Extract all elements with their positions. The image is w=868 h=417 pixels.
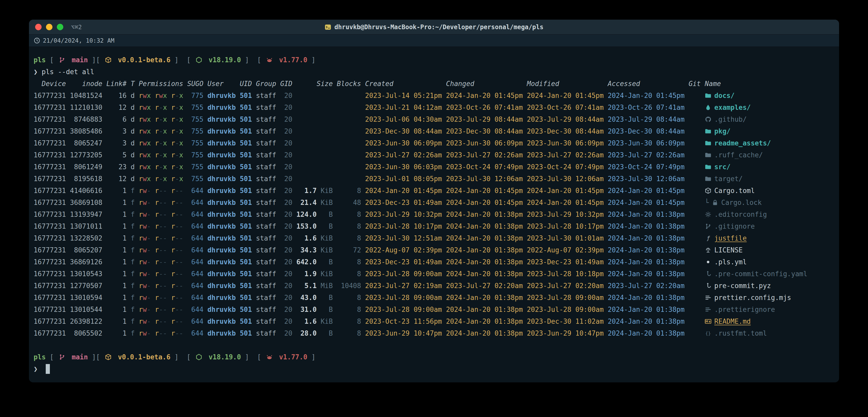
name-cell: .editorconfig xyxy=(705,211,834,218)
bracket: ] xyxy=(245,56,249,64)
size-cell: 31.0B xyxy=(296,306,333,314)
group-cell: staff xyxy=(256,211,276,218)
name-cell: ƒjustfile xyxy=(705,234,834,242)
perms-cell: rw- r-- r-- xyxy=(139,318,183,325)
group-cell: staff xyxy=(256,199,276,206)
dot-icon xyxy=(705,259,711,265)
hook-icon xyxy=(705,282,711,289)
accessed-cell: 2024-Jan-20 01:38pm xyxy=(608,246,684,254)
close-button[interactable] xyxy=(35,24,41,30)
uid-cell: 501 xyxy=(240,258,252,266)
changed-cell: 2024-Jan-20 01:38pm xyxy=(446,306,523,314)
uid-cell: 501 xyxy=(240,92,252,99)
group-cell: staff xyxy=(256,139,276,147)
changed-cell: 2024-Jan-20 01:45pm xyxy=(446,199,523,206)
name-cell: LICENSE xyxy=(705,246,834,254)
modified-cell: 2024-Jan-20 01:45pm xyxy=(527,199,603,206)
gid-cell: 20 xyxy=(280,306,292,314)
t-cell: d xyxy=(131,92,135,99)
rust-version: v1.77.0 xyxy=(279,353,307,361)
created-cell: 2023-Jul-28 09:00am xyxy=(365,306,442,314)
user-cell: dhruvkb xyxy=(208,282,236,290)
sugo-cell: 644 xyxy=(187,222,204,230)
device-cell: 16777231 xyxy=(34,163,66,171)
t-cell: d xyxy=(131,163,135,171)
file-name: .github/ xyxy=(714,116,747,123)
links-cell: 1 xyxy=(106,246,127,254)
uid-cell: 501 xyxy=(240,234,252,242)
links-cell: 1 xyxy=(106,329,127,337)
file-row: 16777231130710111frw- r-- r--644dhruvkb5… xyxy=(34,220,834,232)
accessed-cell: 2024-Jan-20 01:38pm xyxy=(608,211,684,218)
size-cell: 1.6KiB xyxy=(296,318,333,325)
sugo-cell: 644 xyxy=(187,329,204,337)
inode-cell: 13193947 xyxy=(70,211,102,218)
inode-cell: 36869126 xyxy=(70,258,102,266)
links-cell: 3 xyxy=(106,139,127,147)
links-cell: 1 xyxy=(106,211,127,218)
minimize-button[interactable] xyxy=(46,24,53,30)
prompt-app-name: pls xyxy=(34,353,46,361)
markdown-icon xyxy=(705,318,711,325)
uid-cell: 501 xyxy=(240,151,252,159)
file-name: Cargo.lock xyxy=(721,199,762,206)
user-cell: dhruvkb xyxy=(208,270,236,278)
created-cell: 2023-Jul-27 02:26am xyxy=(365,151,442,159)
created-cell: 2023-Jul-27 02:19am xyxy=(365,282,442,290)
droplet-icon xyxy=(705,104,711,111)
changed-cell: 2023-Jul-30 12:06am xyxy=(446,175,523,183)
size-cell: 642.0B xyxy=(296,258,333,266)
modified-cell: 2023-Dec-30 08:44am xyxy=(527,127,603,135)
blocks-cell: 8 xyxy=(337,329,361,337)
device-cell: 16777231 xyxy=(34,175,66,183)
package-icon xyxy=(105,354,112,360)
inode-cell: 13010594 xyxy=(70,294,102,301)
bracket: [ xyxy=(257,353,261,361)
t-cell: f xyxy=(131,211,135,218)
created-cell: 2023-Oct-23 11:56pm xyxy=(365,318,442,325)
t-cell: f xyxy=(131,294,135,301)
modified-cell: 2023-Jul-29 08:44am xyxy=(527,116,603,123)
name-cell: prettier.config.mjs xyxy=(705,294,834,301)
device-cell: 16777231 xyxy=(34,187,66,195)
changed-cell: 2024-Jan-20 01:45pm xyxy=(446,187,523,195)
group-cell: staff xyxy=(256,103,276,111)
accessed-cell: 2024-Jan-20 01:45pm xyxy=(608,199,684,206)
modified-cell: 2023-Oct-26 07:41am xyxy=(527,103,603,111)
uid-cell: 501 xyxy=(240,211,252,218)
user-cell: dhruvkb xyxy=(208,116,236,123)
links-cell: 1 xyxy=(106,199,127,206)
accessed-cell: 2024-Jan-20 01:38pm xyxy=(608,318,684,325)
perms-cell: rwx r-x r-x xyxy=(139,127,183,135)
name-cell: examples/ xyxy=(705,103,834,111)
links-cell: 1 xyxy=(106,282,127,290)
created-cell: 2023-Jun-29 10:47pm xyxy=(365,329,442,337)
column-header: UID xyxy=(240,80,252,88)
name-cell: target/ xyxy=(705,175,834,183)
terminal[interactable]: pls [ main ][ v0.0.1-beta.6 ] [ v18.19.0… xyxy=(29,47,839,375)
perms-cell: rw- r-- r-- xyxy=(139,294,183,301)
accessed-cell: 2023-Dec-30 08:44am xyxy=(608,127,684,135)
lock-icon xyxy=(712,199,718,206)
modified-cell: 2023-Jul-27 02:20am xyxy=(527,282,603,290)
zoom-button[interactable] xyxy=(57,24,63,30)
group-cell: staff xyxy=(256,329,276,337)
sugo-cell: 644 xyxy=(187,234,204,242)
modified-cell: 2022-Aug-07 02:39pm xyxy=(527,246,603,254)
user-cell: dhruvkb xyxy=(208,175,236,183)
file-row: 1677723180652473drwx r-x r-x755dhruvkb50… xyxy=(34,137,834,149)
created-cell: 2023-Dec-23 01:49am xyxy=(365,199,442,206)
size-cell: 1.6KiB xyxy=(296,234,333,242)
user-cell: dhruvkb xyxy=(208,139,236,147)
device-cell: 16777231 xyxy=(34,103,66,111)
file-name: .ruff_cache/ xyxy=(714,151,763,159)
status-bar: 21/04/2024, 10:32 AM xyxy=(29,35,839,47)
sugo-cell: 644 xyxy=(187,246,204,254)
folder-icon xyxy=(705,152,711,158)
file-name: .pre-commit-config.yaml xyxy=(714,270,807,278)
size-cell: 5.1MiB xyxy=(296,282,333,290)
device-cell: 16777231 xyxy=(34,258,66,266)
file-row: 16777231130105431frw- r-- r--644dhruvkb5… xyxy=(34,268,834,280)
t-cell: f xyxy=(131,270,135,278)
rust-version: v1.77.0 xyxy=(279,56,307,64)
